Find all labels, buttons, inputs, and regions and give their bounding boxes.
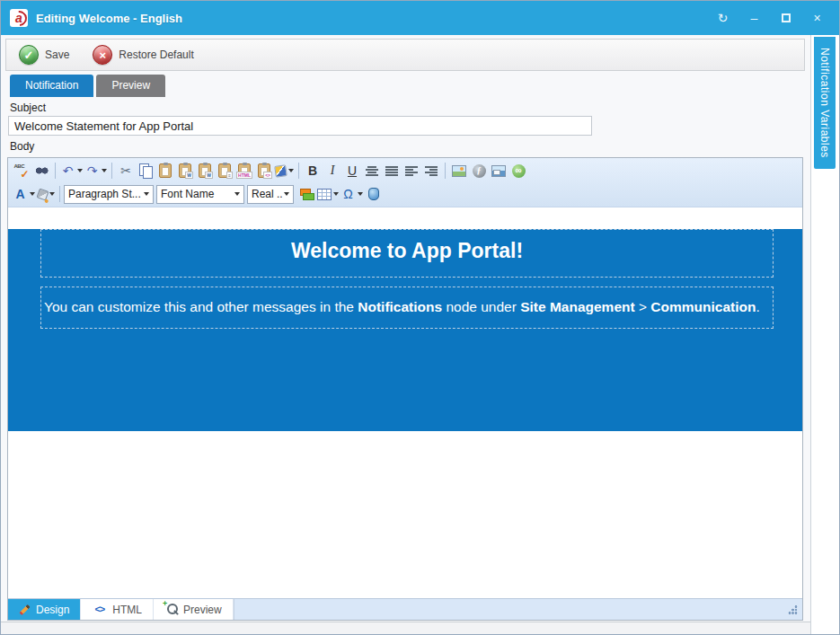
paragraph-text: You can customize this and other message… [44, 299, 358, 314]
clipboard-page [162, 167, 169, 176]
clipboard-tag: W [185, 172, 193, 179]
bold-button[interactable]: B [303, 161, 323, 181]
paragraph-bold-text: Site Management [520, 299, 634, 314]
redo-button[interactable]: ↷ [84, 161, 108, 181]
paragraph-style-select[interactable]: Paragraph St... [64, 185, 154, 204]
clipboard-tag: HTML [236, 172, 252, 179]
module-manager-icon [300, 189, 314, 200]
magnifier-icon: + [164, 603, 178, 616]
find-button[interactable] [31, 161, 51, 181]
paragraph-style-select-label: Paragraph St... [68, 188, 142, 200]
foreground-color-button[interactable]: A [12, 184, 36, 204]
welcome-banner: Welcome to App Portal! You can customize… [8, 229, 802, 431]
underline-button[interactable]: U [342, 161, 362, 181]
paste-as-html-button[interactable]: <> [254, 161, 274, 181]
font-name-select[interactable]: Font Name [156, 185, 244, 204]
format-stripper-button[interactable] [274, 161, 295, 181]
paste-plain-text-icon: ≡ [218, 163, 231, 178]
insert-table-icon [317, 189, 332, 200]
minimize-button[interactable]: – [739, 6, 769, 30]
subject-input[interactable] [8, 116, 592, 136]
rich-text-editor: ABC✓↶↷✂WW≡HTML<>BIUƒ∞ AParagraph St...Fo… [7, 157, 803, 621]
paste-from-word-button[interactable]: W [175, 161, 195, 181]
paragraph-bold-text: Notifications [358, 299, 442, 314]
align-justify-icon [385, 165, 398, 177]
save-button[interactable]: ✓ Save [19, 45, 69, 65]
insert-symbol-button-caret-icon[interactable] [358, 192, 363, 196]
format-stripper-icon [274, 164, 287, 178]
redo-button-caret-icon[interactable] [102, 169, 107, 172]
spellcheck-button[interactable]: ABC✓ [12, 161, 31, 181]
copy-icon [138, 163, 153, 178]
editor-canvas[interactable]: Welcome to App Portal! You can customize… [8, 207, 802, 598]
html-tab[interactable]: <>HTML [81, 599, 154, 620]
clipboard-tag: W [205, 172, 213, 179]
foreground-color-button-caret-icon[interactable] [30, 192, 35, 196]
insert-table-button-caret-icon[interactable] [333, 192, 339, 196]
toolbar-separator [111, 163, 112, 179]
link-manager-icon: ∞ [512, 164, 526, 178]
format-stripper-button-caret-icon[interactable] [288, 169, 294, 172]
undo-button[interactable]: ↶ [59, 161, 84, 181]
font-size-select-caret-icon [284, 192, 289, 196]
font-name-select-label: Font Name [161, 188, 233, 200]
paste-plain-text-button[interactable]: ≡ [215, 161, 234, 181]
spellcheck-icon: ABC✓ [14, 163, 30, 179]
spellcheck-check-glyph: ✓ [20, 169, 29, 180]
resize-grip-icon[interactable] [788, 604, 798, 614]
font-size-select[interactable]: Real ... [247, 185, 294, 204]
tab-notification[interactable]: Notification [10, 75, 93, 97]
paragraph-text: node under [442, 299, 520, 314]
align-right-button[interactable] [421, 161, 441, 181]
subject-label: Subject [10, 101, 810, 114]
background-color-button[interactable] [36, 184, 56, 204]
italic-button[interactable]: I [323, 161, 342, 181]
cut-button[interactable]: ✂ [116, 161, 136, 181]
insert-symbol-button[interactable]: Ω [340, 184, 364, 204]
banner-paragraph[interactable]: You can customize this and other message… [40, 287, 774, 329]
paragraph-bold-text: Communication [650, 299, 756, 314]
module-manager-button[interactable] [296, 184, 316, 204]
restore-x-icon: × [93, 45, 112, 65]
cut-icon: ✂ [119, 163, 134, 179]
paste-from-word-strip-font-icon: W [199, 163, 211, 178]
banner-heading[interactable]: Welcome to App Portal! [40, 229, 774, 278]
paste-as-html-icon: <> [258, 163, 270, 178]
align-left-button[interactable] [402, 161, 421, 181]
paste-html-icon: HTML [238, 163, 251, 178]
paste-button[interactable] [155, 161, 175, 181]
toolbar-separator [445, 163, 446, 179]
design-tab[interactable]: Design [8, 599, 81, 620]
insert-table-button[interactable] [316, 184, 340, 204]
link-manager-button[interactable]: ∞ [508, 161, 528, 181]
flash-manager-icon: ƒ [473, 164, 486, 178]
undo-button-caret-icon[interactable] [77, 169, 83, 172]
top-tab-strip: NotificationPreview [10, 74, 810, 97]
restore-default-button[interactable]: × Restore Default [93, 45, 193, 65]
media-manager-button[interactable] [489, 161, 508, 181]
maximize-button[interactable] [771, 6, 800, 30]
title-bar: a Editing Welcome - English ↻–× [1, 1, 839, 35]
background-color-button-caret-icon[interactable] [49, 192, 55, 196]
refresh-button[interactable]: ↻ [708, 6, 738, 30]
save-label: Save [45, 49, 69, 61]
bold-icon: B [305, 163, 321, 179]
image-manager-button[interactable] [449, 161, 469, 181]
insert-snippet-button[interactable] [364, 184, 384, 204]
paste-html-button[interactable]: HTML [234, 161, 254, 181]
align-center-button[interactable] [362, 161, 382, 181]
media-manager-icon [491, 165, 506, 177]
preview-tab[interactable]: +Preview [154, 599, 234, 620]
close-button[interactable]: × [802, 6, 832, 30]
flash-manager-button[interactable]: ƒ [469, 161, 489, 181]
copy-button[interactable] [136, 161, 155, 181]
paste-from-word-strip-font-button[interactable]: W [195, 161, 215, 181]
tab-preview[interactable]: Preview [96, 75, 165, 97]
font-name-select-caret-icon [234, 192, 240, 196]
notification-variables-tab[interactable]: Notification Variables [814, 37, 836, 169]
paste-from-word-icon: W [179, 163, 191, 178]
window-title: Editing Welcome - English [36, 12, 182, 25]
body-label: Body [10, 140, 810, 153]
editor-toolbar-row1: ABC✓↶↷✂WW≡HTML<>BIUƒ∞ [12, 159, 799, 182]
align-justify-button[interactable] [382, 161, 402, 181]
